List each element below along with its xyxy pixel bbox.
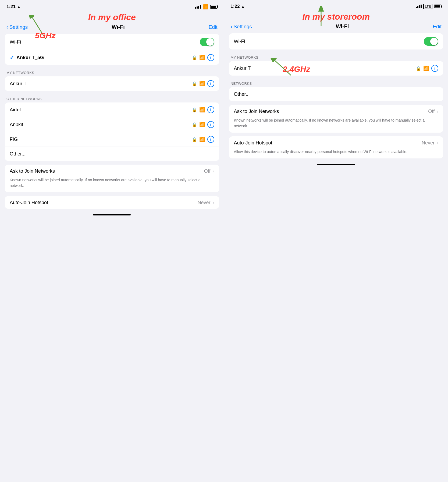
network-row-other-right[interactable]: Other...	[229, 87, 443, 101]
ask-join-desc-left: Known networks will be joined automatica…	[5, 177, 219, 192]
wifi-icon-fig: 📶	[199, 136, 205, 142]
ask-join-card-left: Ask to Join Networks Off › Known network…	[5, 165, 219, 192]
other-networks-section-left: OTHER NETWORKS Airtel 🔒 📶 i An0kit	[5, 95, 219, 161]
info-button-airtel[interactable]: i	[207, 106, 214, 113]
edit-button-right[interactable]: Edit	[433, 24, 442, 30]
signal-bars-right	[416, 5, 422, 8]
back-chevron-icon-right: ‹	[231, 23, 233, 30]
status-icons-right: LTE	[416, 4, 442, 9]
other-network-an0kit[interactable]: An0kit 🔒 📶 i	[5, 117, 219, 132]
my-network-row-ankur-t[interactable]: Ankur T 🔒 📶 i	[5, 76, 219, 91]
home-indicator-left	[93, 214, 131, 215]
wifi-toggle-card-right: Wi-Fi	[229, 33, 443, 49]
ask-join-chevron-left: ›	[213, 168, 214, 174]
back-button-right[interactable]: ‹ Settings	[231, 23, 252, 30]
ask-join-desc-right: Known networks will be joined automatica…	[229, 118, 443, 133]
my-networks-header-right: MY NETWORKS	[229, 53, 443, 61]
info-button-fig[interactable]: i	[207, 136, 214, 143]
other-networks-card-left: Airtel 🔒 📶 i An0kit 🔒 📶	[5, 102, 219, 161]
info-button-an0kit[interactable]: i	[207, 121, 214, 128]
ask-join-value-left: Off	[204, 168, 211, 174]
other-networks-header-left: OTHER NETWORKS	[5, 95, 219, 102]
auto-join-desc-right: Allow this device to automatically disco…	[229, 149, 443, 158]
wifi-toggle-left[interactable]	[200, 38, 214, 46]
auto-join-row-right[interactable]: Auto-Join Hotspot Never ›	[229, 136, 443, 149]
auto-join-card-right: Auto-Join Hotspot Never › Allow this dev…	[229, 136, 443, 158]
networks-card-right: Other...	[229, 87, 443, 101]
wifi-label-left: Wi-Fi	[10, 39, 21, 45]
info-button-right-ankur[interactable]: i	[431, 65, 438, 72]
other-network-airtel[interactable]: Airtel 🔒 📶 i	[5, 102, 219, 117]
back-button-left[interactable]: ‹ Settings	[6, 24, 28, 30]
network-name-fig: FIG	[10, 137, 18, 142]
ask-join-chevron-right: ›	[437, 109, 438, 114]
lte-badge: LTE	[423, 4, 432, 9]
battery-icon-right	[434, 5, 442, 8]
edit-button-left[interactable]: Edit	[209, 24, 218, 30]
wifi-toggle-right[interactable]	[424, 37, 438, 46]
wifi-icon-right: 📶	[423, 65, 429, 71]
my-network-name-ankur-t: Ankur T	[10, 81, 27, 87]
my-network-name-right: Ankur T	[234, 66, 251, 71]
auto-join-label-right: Auto-Join Hotspot	[234, 140, 272, 146]
battery-icon-left	[210, 5, 218, 9]
home-indicator-right	[317, 164, 355, 165]
other-network-fig[interactable]: FIG 🔒 📶 i	[5, 132, 219, 147]
wifi-icon-ankur-t: 📶	[199, 81, 205, 87]
wifi-icon-an0kit: 📶	[199, 122, 205, 127]
wifi-icon-airtel: 📶	[199, 107, 205, 113]
lock-icon-right: 🔒	[416, 66, 421, 71]
wifi-status-icon-left: 📶	[202, 4, 208, 10]
network-name-other-right: Other...	[234, 91, 250, 97]
status-time-left: 1:21	[6, 4, 16, 9]
network-name-an0kit: An0kit	[10, 122, 23, 127]
status-bar-left: 1:21 ▲ 📶	[0, 0, 224, 11]
auto-join-value-right: Never	[422, 140, 435, 146]
lock-icon-ankur-t: 🔒	[192, 81, 197, 86]
location-icon-right: ▲	[241, 4, 245, 9]
location-label-left: In my office	[0, 11, 224, 23]
info-button-ankur-t[interactable]: i	[207, 80, 214, 87]
my-networks-card-left: Ankur T 🔒 📶 i	[5, 76, 219, 91]
status-bar-right: 1:22 ▲ LTE	[224, 0, 448, 11]
left-panel: 1:21 ▲ 📶 In my office	[0, 0, 224, 482]
ask-join-label-left: Ask to Join Networks	[10, 168, 55, 174]
ask-join-card-right: Ask to Join Networks Off › Known network…	[229, 105, 443, 133]
ask-join-row-left[interactable]: Ask to Join Networks Off ›	[5, 165, 219, 177]
auto-join-value-left: Never	[197, 200, 210, 205]
auto-join-row-left[interactable]: Auto-Join Hotspot Never ›	[5, 196, 219, 209]
my-networks-card-right: Ankur T 🔒 📶 i	[229, 61, 443, 76]
check-icon: ✓	[10, 54, 14, 61]
lock-icon-airtel: 🔒	[192, 107, 197, 112]
ask-join-label-right: Ask to Join Networks	[234, 109, 279, 114]
wifi-toggle-section-right: Wi-Fi	[229, 33, 443, 49]
annotation-5ghz-text: 5GHz	[35, 31, 56, 40]
network-name-airtel: Airtel	[10, 107, 21, 113]
ask-join-value-right: Off	[428, 109, 435, 114]
auto-join-card-left: Auto-Join Hotspot Never ›	[5, 196, 219, 209]
my-networks-header-left: MY NETWORKS	[5, 69, 219, 76]
nav-bar-right: ‹ Settings Wi-Fi Edit	[224, 22, 448, 33]
my-network-row-right[interactable]: Ankur T 🔒 📶 i	[229, 61, 443, 76]
auto-join-label-left: Auto-Join Hotspot	[10, 200, 48, 205]
back-chevron-icon-left: ‹	[6, 24, 8, 30]
right-panel: 1:22 ▲ LTE In my storeroom	[224, 0, 448, 482]
auto-join-chevron-left: ›	[213, 200, 214, 205]
info-button-connected[interactable]: i	[207, 54, 214, 61]
networks-header-right: NETWORKS	[229, 79, 443, 87]
my-networks-section-left: MY NETWORKS Ankur T 🔒 📶 i	[5, 69, 219, 91]
ask-join-row-right[interactable]: Ask to Join Networks Off ›	[229, 105, 443, 118]
connected-network-row[interactable]: ✓ Ankur T_5G 🔒 📶 i	[5, 50, 219, 65]
content-right: Wi-Fi MY NETWORKS Ankur T 🔒 📶 i	[224, 33, 448, 158]
network-name-other-left: Other...	[10, 151, 26, 157]
back-label-right: Settings	[233, 24, 252, 30]
wifi-label-right: Wi-Fi	[234, 39, 245, 44]
location-label-right: In my storeroom	[224, 11, 448, 22]
wifi-toggle-row-right: Wi-Fi	[229, 33, 443, 49]
nav-title-left: Wi-Fi	[112, 24, 125, 30]
lock-icon-connected: 🔒	[192, 55, 197, 60]
content-left: Wi-Fi ✓ Ankur T_5G 🔒 📶 i	[0, 34, 224, 209]
lock-icon-an0kit: 🔒	[192, 122, 197, 127]
other-network-other[interactable]: Other...	[5, 147, 219, 161]
connected-network-label: Ankur T_5G	[16, 55, 44, 61]
